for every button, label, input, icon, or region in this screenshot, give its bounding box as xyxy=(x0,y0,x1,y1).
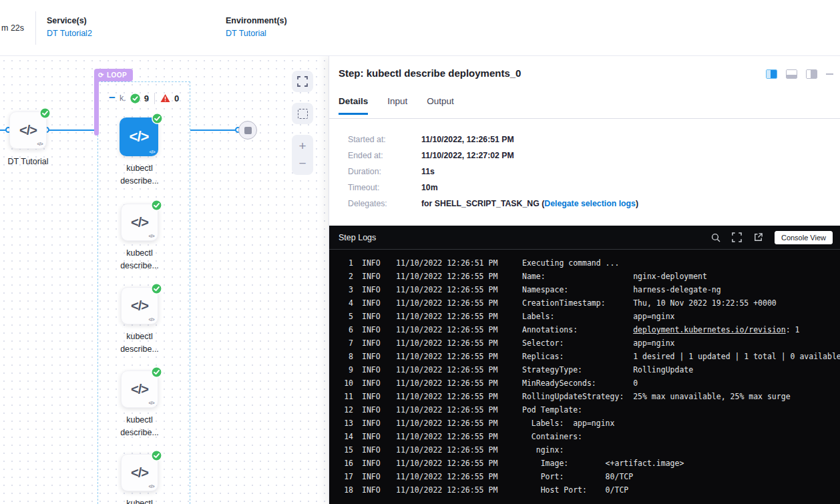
step-logs-console[interactable]: 1INFO11/10/2022 12:26:51 PMExecuting com… xyxy=(329,249,840,504)
log-line: 8INFO11/10/2022 12:26:55 PMReplicas: 1 d… xyxy=(329,350,840,363)
delegates-text: for SHELL_SCRIPT_TASK_NG ( xyxy=(421,199,544,208)
zoom-out-icon[interactable]: − xyxy=(298,155,306,172)
step-node-selected[interactable]: </> </> xyxy=(120,117,158,156)
detail-label: Delegates: xyxy=(348,199,421,208)
log-message: Labels: app=nginx xyxy=(522,310,674,323)
log-timestamp: 11/10/2022 12:26:55 PM xyxy=(396,443,500,457)
layout-bottom-view-button[interactable] xyxy=(786,69,797,79)
code-mini-icon: </> xyxy=(148,234,154,238)
execution-topbar: m 22s Service(s) DT Tutorial2 Environmen… xyxy=(0,0,840,56)
elapsed-time: m 22s xyxy=(1,23,24,33)
delegates-text: ) xyxy=(636,199,638,208)
log-message: Annotations: deployment.kubernetes.io/re… xyxy=(522,323,799,336)
log-level: INFO xyxy=(362,323,385,336)
detail-row-delegates: Delegates: for SHELL_SCRIPT_TASK_NG (Del… xyxy=(348,199,638,215)
log-timestamp: 11/10/2022 12:26:55 PM xyxy=(396,336,500,350)
log-line-number: 14 xyxy=(329,430,353,443)
log-line-number: 6 xyxy=(329,323,353,336)
step-label: kubectldescribe... xyxy=(98,497,181,504)
collapse-icon[interactable]: − xyxy=(109,93,116,103)
log-message: Host Port: 0/TCP xyxy=(522,483,628,497)
loop-group-bar xyxy=(94,81,99,136)
log-timestamp: 11/10/2022 12:26:55 PM xyxy=(396,390,500,403)
matrix-name: k. xyxy=(120,93,126,103)
code-mini-icon: </> xyxy=(37,142,43,146)
step-label-line1: kubectl xyxy=(98,497,181,504)
step-label: kubectl describe... xyxy=(98,162,181,188)
log-line-number: 16 xyxy=(329,457,353,470)
tab-input[interactable]: Input xyxy=(387,96,407,115)
log-level: INFO xyxy=(362,336,385,350)
step-title: Step: kubectl describe deployments_0 xyxy=(339,67,521,79)
detail-label: Started at: xyxy=(348,135,421,144)
log-timestamp: 11/10/2022 12:26:55 PM xyxy=(396,296,500,310)
step-label: kubectldescribe... xyxy=(98,414,181,439)
fullscreen-logs-icon[interactable] xyxy=(732,232,742,242)
step-node-matrix[interactable]: </></> xyxy=(121,454,158,491)
tab-details[interactable]: Details xyxy=(339,96,368,115)
log-line: 14INFO11/10/2022 12:26:55 PM Containers: xyxy=(329,430,840,443)
services-label: Service(s) xyxy=(47,16,87,25)
log-message: Replicas: 1 desired | 1 updated | 1 tota… xyxy=(522,350,840,363)
log-line-number: 10 xyxy=(329,376,353,390)
step-label: kubectldescribe... xyxy=(98,247,181,272)
success-count: 9 xyxy=(144,93,149,103)
log-message: Port: 80/TCP xyxy=(522,470,633,483)
step-label-line1: kubectl xyxy=(98,414,181,427)
log-timestamp: 11/10/2022 12:26:55 PM xyxy=(396,403,500,417)
layout-right-view-button[interactable] xyxy=(806,69,817,79)
environments-label: Environment(s) xyxy=(226,16,287,25)
log-line-number: 4 xyxy=(329,296,353,310)
tab-output[interactable]: Output xyxy=(427,96,454,115)
success-check-icon xyxy=(39,107,51,119)
log-level: INFO xyxy=(362,350,385,363)
log-line: 16INFO11/10/2022 12:26:55 PM Image: <+ar… xyxy=(329,457,840,470)
log-line-number: 2 xyxy=(329,270,353,283)
service-link[interactable]: DT Tutorial2 xyxy=(47,29,92,38)
log-timestamp: 11/10/2022 12:26:55 PM xyxy=(396,350,500,363)
environment-link[interactable]: DT Tutorial xyxy=(226,29,266,38)
minimize-panel-icon[interactable] xyxy=(826,73,833,75)
canvas-fullscreen-button[interactable] xyxy=(292,71,313,92)
loop-badge-label: LOOP xyxy=(107,71,127,79)
log-level: INFO xyxy=(362,363,385,376)
log-level: INFO xyxy=(362,417,385,430)
log-message: RollingUpdateStrategy: 25% max unavailab… xyxy=(522,390,791,403)
log-timestamp: 11/10/2022 12:26:55 PM xyxy=(396,270,500,283)
pipeline-canvas[interactable]: ⟳ LOOP − k. 9 0 </> xyxy=(0,57,329,504)
zoom-in-icon[interactable]: + xyxy=(298,138,306,155)
delegate-selection-logs-link[interactable]: Delegate selection logs xyxy=(544,199,636,208)
open-external-icon[interactable] xyxy=(753,232,763,242)
log-level: INFO xyxy=(362,457,385,470)
selection-box-icon xyxy=(298,109,308,119)
step-label-line1: kubectl xyxy=(98,247,181,260)
log-level: INFO xyxy=(362,376,385,390)
canvas-select-button[interactable] xyxy=(292,103,313,124)
canvas-zoom-control[interactable]: + − xyxy=(292,135,313,175)
detail-value: 11s xyxy=(421,167,435,176)
log-line: 9INFO11/10/2022 12:26:55 PMStrategyType:… xyxy=(329,363,840,376)
log-line: 12INFO11/10/2022 12:26:55 PMPod Template… xyxy=(329,403,840,417)
log-level: INFO xyxy=(362,470,385,483)
detail-row-timeout: Timeout: 10m xyxy=(348,183,638,199)
success-icon xyxy=(130,93,140,103)
end-node[interactable] xyxy=(238,121,257,140)
search-icon[interactable] xyxy=(711,233,720,242)
step-node-matrix[interactable]: </></> xyxy=(121,370,158,408)
layout-split-view-button[interactable] xyxy=(766,69,777,79)
log-message: Image: <+artifact.image> xyxy=(522,457,684,470)
log-message: nginx: xyxy=(522,443,564,457)
log-line-number: 18 xyxy=(329,483,353,497)
log-line-number: 11 xyxy=(329,390,353,403)
console-view-button[interactable]: Console View xyxy=(775,231,833,244)
stage-node-dt-tutorial[interactable]: </> </> xyxy=(9,111,47,149)
step-node-matrix[interactable]: </></> xyxy=(121,204,158,241)
failed-count: 0 xyxy=(174,93,179,103)
matrix-divider xyxy=(154,93,155,104)
topbar-divider xyxy=(35,11,36,45)
log-line: 11INFO11/10/2022 12:26:55 PMRollingUpdat… xyxy=(329,390,840,403)
log-link[interactable]: deployment.kubernetes.io/revision xyxy=(633,325,785,334)
step-node-matrix[interactable]: </></> xyxy=(121,287,158,324)
detail-row-duration: Duration: 11s xyxy=(348,167,638,183)
log-message: Executing command ... xyxy=(522,256,619,270)
